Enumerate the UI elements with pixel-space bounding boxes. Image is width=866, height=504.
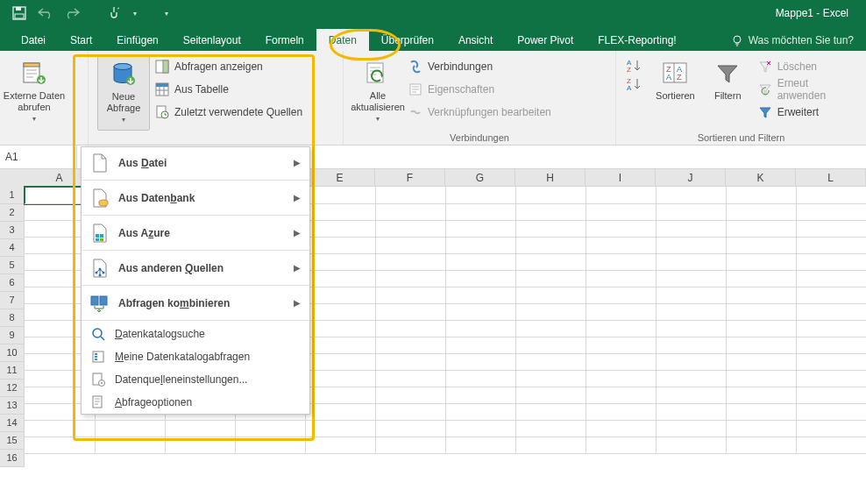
row-header[interactable]: 10 [0,344,25,362]
tab-ansicht[interactable]: Ansicht [446,29,505,51]
group-abrufen-transformieren: Neue Abfrage ▾ Abfragen anzeigen Aus Tab… [89,51,344,145]
svg-point-32 [99,267,102,270]
group-label [9,131,79,143]
svg-point-42 [101,382,103,384]
verbindungen-button[interactable]: Verbindungen [408,58,551,75]
group-sortieren-filtern: AZ ZA ZAAZ Sortieren Filtern Löschen [616,51,866,145]
column-header[interactable]: F [375,169,445,187]
tab-daten[interactable]: Daten [316,29,369,51]
row-header[interactable]: 14 [0,415,25,432]
data-source-settings-icon [90,372,106,387]
row-header[interactable]: 7 [0,292,25,309]
column-header[interactable]: G [445,169,515,187]
row-header[interactable]: 4 [0,239,25,257]
touch-mode-icon[interactable] [105,4,123,22]
advanced-filter-icon [758,105,772,119]
svg-point-38 [93,329,102,337]
row-header[interactable]: 5 [0,257,25,274]
svg-rect-39 [93,351,103,362]
zuletzt-verwendete-button[interactable]: Zuletzt verwendete Quellen [155,103,302,121]
redo-icon[interactable] [63,4,81,22]
tab-seitenlayout[interactable]: Seitenlayout [171,29,253,51]
svg-rect-11 [163,60,168,73]
menu-abfrageoptionen[interactable]: Abfrageoptionen [82,391,309,414]
window-title: Mappe1 - Excel [175,7,866,19]
zuletzt-label: Zuletzt verwendete Quellen [174,106,302,118]
erweitert-button[interactable]: Erweitert [758,103,857,121]
select-all-corner[interactable] [0,169,25,188]
qat-customize-icon[interactable]: ▾ [158,4,175,22]
neue-abfrage-button[interactable]: Neue Abfrage ▾ [97,56,150,131]
menu-label: Aus Datei [118,157,285,169]
svg-text:Z: Z [627,66,631,74]
tab-start[interactable]: Start [58,29,104,51]
aus-tabelle-button[interactable]: Aus Tabelle [155,81,302,98]
menu-meine-katalogabfragen[interactable]: Meine Datenkatalogabfragen [82,345,309,368]
sort-desc-button[interactable]: ZA [625,76,642,92]
group-label-sortfilter: Sortieren und Filtern [625,131,857,143]
external-data-icon [20,60,48,88]
name-box[interactable]: A1 [0,146,77,168]
tell-me-search[interactable]: Was möchten Sie tun? [731,34,866,51]
verknuepfungen-label: Verknüpfungen bearbeiten [428,106,551,118]
menu-datenkatalogsuche[interactable]: Datenkatalogsuche [82,323,309,345]
quick-access-toolbar: ▾ ▾ [0,4,175,22]
menu-datenquelleneinstellungen[interactable]: Datenquelleneinstellungen... [82,368,309,391]
menu-aus-datei[interactable]: Aus Datei ▶ [82,147,309,178]
row-header[interactable]: 3 [0,222,25,239]
row-header[interactable]: 16 [0,450,25,467]
column-header[interactable]: I [586,169,656,187]
row-header[interactable]: 15 [0,432,25,450]
tab-datei[interactable]: Datei [9,29,58,51]
loeschen-label: Löschen [777,60,817,73]
row-header[interactable]: 8 [0,309,25,327]
chevron-right-icon: ▶ [294,263,301,273]
row-header[interactable]: 2 [0,204,25,222]
sortieren-button[interactable]: ZAAZ Sortieren [653,56,698,131]
column-header[interactable]: J [656,169,726,187]
erweitert-label: Erweitert [777,106,819,118]
row-header[interactable]: 13 [0,397,25,415]
undo-icon[interactable] [37,4,54,22]
row-header[interactable]: 11 [0,362,25,380]
tab-einfuegen[interactable]: Einfügen [104,29,170,51]
alle-aktualisieren-button[interactable]: Alle aktualisieren ▾ [352,56,403,131]
row-headers[interactable]: 12345678910111213141516 [0,187,25,467]
alle-aktualisieren-label: Alle aktualisieren [351,90,405,112]
menu-aus-azure[interactable]: Aus Azure ▶ [82,217,309,248]
tab-powerpivot[interactable]: Power Pivot [505,29,586,51]
tab-ueberpruefen[interactable]: Überprüfen [369,29,446,51]
svg-rect-29 [100,234,103,238]
filtern-button[interactable]: Filtern [708,56,748,131]
tab-formeln[interactable]: Formeln [253,29,316,51]
menu-label: Aus Azure [118,227,285,239]
menu-label: Abfrageoptionen [115,396,301,408]
menu-abfragen-kombinieren[interactable]: Abfragen kombinieren ▶ [82,287,309,318]
row-header[interactable]: 6 [0,274,25,292]
connections-icon [408,60,422,74]
svg-rect-37 [100,296,107,305]
chevron-right-icon: ▶ [294,228,301,238]
svg-rect-31 [100,238,103,241]
externe-daten-abrufen-button[interactable]: Externe Daten abrufen ▾ [9,56,60,131]
chevron-down-icon[interactable]: ▾ [131,4,138,22]
column-header[interactable]: L [796,169,866,187]
tab-flex[interactable]: FLEX-Reporting! [586,29,688,51]
column-header[interactable]: K [726,169,796,187]
abfragen-anzeigen-button[interactable]: Abfragen anzeigen [155,58,302,75]
column-header[interactable]: H [515,169,586,187]
filtern-label: Filtern [714,90,742,102]
my-catalog-icon [90,349,106,365]
menu-aus-datenbank[interactable]: Aus Datenbank ▶ [82,182,309,213]
abfragen-anzeigen-label: Abfragen anzeigen [174,60,263,73]
row-header[interactable]: 12 [0,380,25,397]
row-header[interactable]: 1 [0,187,25,204]
column-header[interactable]: E [305,169,375,187]
row-header[interactable]: 9 [0,327,25,344]
reapply-icon [758,82,772,96]
chevron-right-icon: ▶ [294,158,301,167]
save-icon[interactable] [11,4,28,22]
erneut-label: Erneut anwenden [777,77,857,102]
sort-asc-button[interactable]: AZ [625,58,642,74]
menu-aus-anderen-quellen[interactable]: Aus anderen Quellen ▶ [82,252,309,283]
